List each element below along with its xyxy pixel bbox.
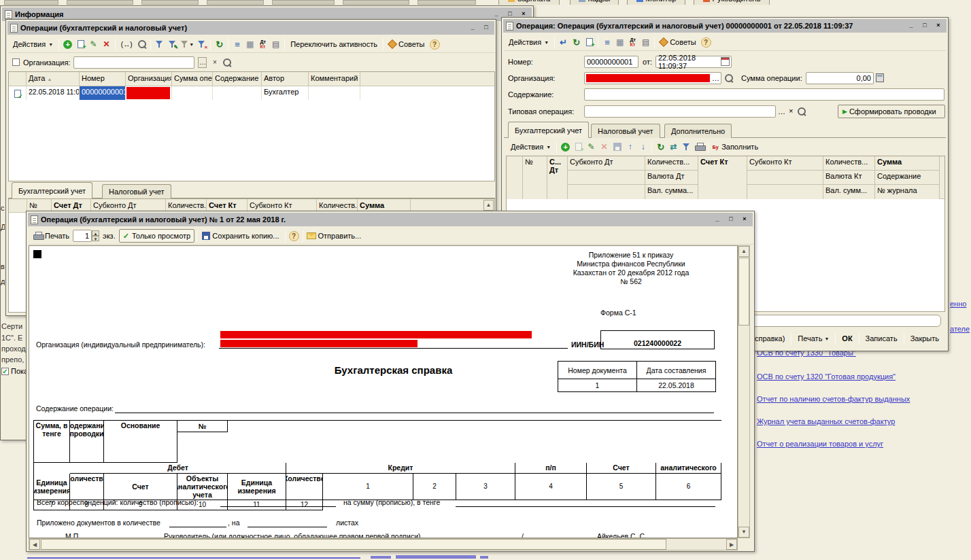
column-sum[interactable]: Сумма опер...	[172, 72, 213, 86]
help-icon[interactable]: ?	[288, 230, 301, 243]
help-icon[interactable]: ?	[428, 38, 441, 51]
dt-kt-icon[interactable]: ДтКт	[626, 36, 639, 49]
number-input[interactable]: 00000000001	[584, 56, 638, 68]
tab-tax[interactable]: Налоговый учет	[591, 124, 660, 138]
report-link[interactable]: ОСВ по счету 1320 "Готовая продукция"	[757, 372, 896, 381]
report-link[interactable]: Отчет о реализации товаров и услуг	[757, 440, 883, 448]
column-cur-kt[interactable]: Валюта Кт	[823, 171, 875, 185]
view-only-toggle[interactable]: ✓Только просмотр	[119, 229, 195, 243]
print-button[interactable]: Печать▼	[794, 332, 833, 345]
swap-button[interactable]: ⇄	[667, 141, 680, 154]
maximize-icon[interactable]: □	[481, 23, 492, 33]
tips-button[interactable]: Советы	[670, 35, 699, 49]
row-number-cell-selected[interactable]: 00000000001	[80, 86, 126, 100]
column-cur-amt-dt[interactable]: Вал. сумма...	[645, 185, 698, 199]
add-button[interactable]: +	[559, 141, 572, 154]
add-button[interactable]: +	[61, 38, 74, 51]
move-down-button[interactable]: ↓	[636, 141, 649, 154]
content-input[interactable]	[584, 88, 944, 101]
column-subconto-dt[interactable]: Субконто Дт	[568, 156, 645, 171]
horizontal-scrollbar[interactable]: ◀ ▶	[29, 538, 738, 550]
row-date-cell[interactable]: 22.05.2018 11:09:37	[27, 86, 80, 100]
tab-additional[interactable]: Дополнительно	[664, 124, 732, 138]
row-comment-cell[interactable]	[309, 86, 360, 100]
delete-button[interactable]: ✕	[598, 141, 611, 154]
output-list-icon[interactable]: ▦	[243, 38, 256, 51]
output-list-icon[interactable]: ▦	[613, 36, 626, 49]
column-content[interactable]: Содержание	[213, 72, 262, 86]
print-button[interactable]: Печать	[44, 229, 73, 243]
calendar-icon[interactable]	[721, 57, 730, 67]
column-acct-dt[interactable]: С...Дт	[547, 156, 568, 199]
scroll-right-icon[interactable]: ▶	[726, 539, 737, 550]
save-button[interactable]	[611, 141, 624, 154]
column-icon[interactable]	[507, 156, 523, 199]
edit-button[interactable]: ✎	[585, 141, 598, 154]
tab-accounting[interactable]: Бухгалтерский учет	[508, 122, 589, 138]
minimize-icon[interactable]: _	[467, 23, 478, 33]
filter-history-icon[interactable]: ▼	[179, 38, 195, 51]
report-link-fragment[interactable]: ателе	[950, 325, 971, 333]
desktop-tab-salary[interactable]: Зарплата	[498, 0, 560, 5]
list-settings-icon[interactable]: ≡	[231, 38, 243, 51]
add-copy-button[interactable]: +	[572, 141, 585, 154]
column-journal[interactable]: № журнала	[875, 185, 940, 199]
actions-button[interactable]: Действия▼	[505, 35, 552, 49]
tips-icon[interactable]	[657, 36, 670, 49]
scroll-left-icon[interactable]: ◀	[29, 539, 40, 550]
row-sum-cell[interactable]	[172, 86, 213, 100]
desktop-tab-monitor[interactable]: Монитор	[627, 0, 685, 5]
scroll-up-icon[interactable]: ▲	[738, 246, 749, 257]
column-cur-dt[interactable]: Валюта Дт	[645, 171, 698, 185]
choose-icon[interactable]: …	[198, 57, 207, 68]
typical-operation-input[interactable]	[584, 105, 776, 118]
filter-settings-icon[interactable]: ✎	[166, 38, 179, 51]
copies-input[interactable]: 1	[73, 230, 92, 242]
row-author-cell[interactable]: Бухгалтер	[262, 86, 309, 100]
column-no[interactable]: №	[523, 156, 547, 199]
move-up-button[interactable]: ↑	[624, 141, 636, 154]
column-date[interactable]: Дата ▲	[27, 72, 80, 86]
tab-tax[interactable]: Налоговый учет	[102, 184, 171, 198]
interval-button[interactable]: (↔)	[118, 38, 135, 51]
column-author[interactable]: Автор	[262, 72, 309, 86]
report-link[interactable]: Журнал учета выданных счетов-фактур	[757, 417, 895, 425]
choose-icon[interactable]: …	[778, 107, 785, 116]
column-cur-amt-kt[interactable]: Вал. сумм...	[823, 185, 875, 199]
column-subconto-kt-3[interactable]	[747, 185, 823, 199]
row-content-cell[interactable]	[213, 86, 262, 100]
reread-button[interactable]: ↻	[570, 36, 583, 49]
tab-accounting[interactable]: Бухгалтерский учет	[12, 182, 92, 198]
save-close-button[interactable]: ↵	[557, 36, 570, 49]
choose-icon[interactable]: …	[712, 74, 719, 82]
ok-button[interactable]: ОК	[838, 332, 856, 345]
open-icon[interactable]	[797, 107, 806, 118]
maximize-icon[interactable]: □	[726, 215, 736, 224]
refresh-button[interactable]: ↻	[213, 38, 226, 51]
search-button[interactable]	[135, 38, 148, 51]
journal-icon[interactable]: ▤	[639, 36, 652, 49]
desktop-tab-hr[interactable]: Кадры	[570, 0, 619, 5]
calculator-icon[interactable]	[876, 73, 884, 84]
column-subconto-dt-3[interactable]	[568, 185, 645, 199]
column-icon[interactable]	[9, 199, 27, 212]
organization-input[interactable]: …	[584, 72, 721, 84]
clear-icon[interactable]: ×	[789, 107, 793, 115]
sum-input[interactable]: 0,00	[806, 72, 874, 84]
actions-button[interactable]: Действия▼	[507, 140, 554, 154]
dt-kt-icon[interactable]: ДтКт	[256, 38, 269, 51]
column-subconto-dt-2[interactable]	[568, 171, 645, 185]
list-settings-icon[interactable]: ≡	[600, 36, 613, 49]
minimize-icon[interactable]: _	[712, 215, 723, 224]
save-button[interactable]: Записать	[862, 332, 902, 345]
generate-postings-button[interactable]: ▶Сформировать проводки	[838, 105, 945, 118]
edit-button[interactable]: ✎	[87, 38, 100, 51]
column-qty-kt[interactable]: Количеств...	[823, 156, 875, 171]
set-filter-icon[interactable]	[680, 141, 693, 154]
vertical-scroll-thumb[interactable]	[738, 258, 749, 326]
actions-button[interactable]: Действия▼	[10, 37, 56, 51]
print-grid-icon[interactable]	[693, 141, 706, 154]
open-icon[interactable]	[222, 57, 232, 68]
column-status[interactable]	[9, 72, 27, 86]
column-number[interactable]: Номер	[80, 72, 126, 86]
